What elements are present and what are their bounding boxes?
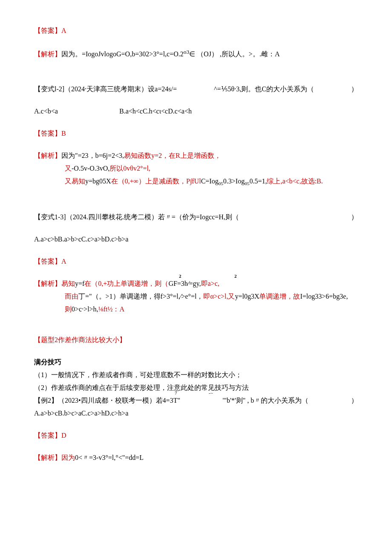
q1-answer: 【答案】A [34,26,358,36]
q3-jiexi-l1-red-c: 即a>c, [201,280,219,287]
q3-jiexi-l2-black-d: I=log33>6=bg3e, [300,293,348,300]
q3-options-text: A.a>c>bB.a>b>cC.c>a>bD.c>b>a [34,235,128,243]
q2-jiexi-l2-black: -O.5v-O.3vO, [72,165,110,172]
q2-jiexi-l3-black-d: 0.5=1, [249,177,267,185]
q4-options-text: A.a>b>cB.b>c>aC.c>a>hD.c>h>a [34,410,128,417]
q4-prefix: 【例2】（2023•四川成都・校联考一模）若4=3T" [34,395,180,406]
section-p1-text: （1）一般情况下，作差或者作商，可处理底数不一样的对数比大小； [34,371,242,378]
q2-jiexi-l3-red-c: 综上,a<b<c,故选:B. [267,177,323,185]
q2-mid: ^=⅕5θ·3,则。也C的大小关系为（ [214,84,314,94]
q4-options: A.a>b>cB.b>c>aC.c>a>hD.c>h>a [34,408,358,418]
answer-label: 【答案】 [34,27,61,34]
q3-answer: 【答案】A [34,256,358,267]
section-subtitle-text: 满分技巧 [34,358,61,366]
q2-jiexi-l3-black-b: C=Iog [201,177,219,185]
q3-jiexi-l3-black-a: 0>c·>l>h, [72,305,98,313]
section-p1: （1）一般情况下，作差或者作商，可处理底数不一样的对数比大小； [34,370,358,380]
q3-jiexi-l2-black-b: f>3°=l,∕>e°=l， [161,293,204,300]
q2-jiexi-l3-red-a: 又易知 [65,177,85,185]
q3-jiexi-l3-red-a: 则 [65,305,72,313]
q3-explanation: 2 2 【解析】易知y=f在（0,+功上单调递增，则（GF=3h∕=gy,即a>… [34,279,358,314]
q3-jiexi-l2-red-a: 而由 [65,293,78,300]
q3-sup-a: 2 [179,273,182,280]
q3-jiexi-l2-red-c: 又 [228,293,235,300]
q4-jiexi-red: 因为 [61,454,75,461]
q3-sup-b: 2 [234,273,237,280]
sub1: 05 [219,181,223,186]
q2-jiexi-l3-black-c: 0.3>Iog [223,177,245,185]
q3-jiexi-l1-black-a: y=f [75,280,84,287]
q2-jiexi-l2-red-a: 又 [65,165,72,172]
q2-jiexi-l3-black-a: y=bg05X [85,177,111,185]
q3-jiexi-l3-red-b: ⅛ft½：A [98,305,124,313]
answer-value: D [61,432,66,439]
q2-close: ） [351,84,358,94]
q4-jiexi-black: 0<〃=3-v3°=l,°<"=dd=L [75,454,144,461]
answer-label: 【答案】 [34,432,61,439]
q3-jiexi-l2-red-d: 单调递增，故 [259,293,300,300]
jiexi-label: 【解析】 [34,280,61,287]
q2-jiexi-l1-red: 易知函数y=2，在R上是增函数， [124,152,221,159]
q3-close: ） [351,212,358,222]
q2-stem: 【变式l-2]（2024·天津高三统考期末）设a=24s/= ^=⅕5θ·3,则… [34,84,358,94]
q4-explanation: 【解析】因为0<〃=3-v3°=l,°<"=dd=L [34,453,358,463]
q3-options: A.a>c>bB.a>b>cC.c>a>bD.c>b>a [34,234,358,244]
q2-answer: 【答案】B [34,128,358,139]
q2-option-rest: B.a<h<cC.h<cι<cD.c<a<h [119,106,358,116]
q3-prefix: 【变式1-3]（2024.四川攀枝花.统考二模）若〃=（价为=Iogcc=H,则… [34,212,239,222]
answer-label: 【答案】 [34,258,61,265]
q3-jiexi-l1-red-a: 易知 [61,280,75,287]
jiexi-label: 【解析】 [34,454,61,461]
section-p2-text: （2）作差或作商的难点在于后续变形处理，注意此处的常见技巧与方法 [34,384,249,391]
q3-jiexi-l2-black-c: y=l0g3X [235,293,259,300]
section-title-text: 【题型2作差作商法比较大小】 [34,336,126,343]
q1-explanation: 【解析】因为。=IogoJvlogoG=O,b=302>3°=l,c=O.2o3… [34,48,358,59]
jiexi-sup: o3 [184,49,189,55]
q4-mid: '"b'*'则" , b〃的大小关系为（ [223,395,309,406]
q4-close: ） [351,395,358,406]
q3-jiexi-l1-black-b: GF=3h∕=gy, [168,280,201,287]
q2-jiexi-l1-black: 因为"=23，b=6j=2<3, [61,152,124,159]
q2-explanation: 【解析】因为"=23，b=6j=2<3,易知函数y=2，在R上是增函数， 又-O… [34,151,358,187]
q4-sup-a: 7 [175,389,177,397]
q2-jiexi-l3-red-b: 在（0,+∞）上是减函数，P∫fUl [111,177,201,185]
jiexi-label: 【解析】 [34,50,61,58]
answer-value: A [61,258,66,265]
answer-value: A [61,27,66,34]
q3-stem: 【变式1-3]（2024.四川攀枝花.统考二模）若〃=（价为=Iogcc=H,则… [34,212,358,222]
answer-value: B [61,130,66,137]
jiexi-text: 因为。=IogoJvlogoG=O,b=302>3°=l,c=O.2 [61,50,184,58]
q3-jiexi-l2-red-b: 即α>c>l, [203,293,228,300]
jiexi-tail: ∈ （OJ） ,所以人。>。.雌：A [189,50,280,58]
q3-jiexi-l2-black-a: 丁="（。>1）单调递增，得 [78,293,161,300]
q3-jiexi-l1-red-b: 在（0,+功上单调递增，则（ [84,280,168,287]
q2-prefix: 【变式l-2]（2024·天津高三统考期末）设a=24s/= [34,84,177,94]
answer-label: 【答案】 [34,130,61,137]
q2-option-a: A.c<b<a [34,106,119,116]
q2-options: A.c<b<a B.a<h<cC.h<cι<cD.c<a<h [34,106,358,116]
q4-answer: 【答案】D [34,430,358,441]
q2-jiexi-l2-red-b: 所以0vθv2°=l, [110,165,150,172]
section-title: 【题型2作差作商法比较大小】 [34,335,358,345]
q4-sup-b: -~ [209,389,213,397]
jiexi-label: 【解析】 [34,152,61,159]
section-p2: （2）作差或作商的难点在于后续变形处理，注意此处的常见技巧与方法 [34,383,358,393]
sub2: 05 [245,181,249,186]
q4-stem: 7 -~ 【例2】（2023•四川成都・校联考一模）若4=3T" '"b'*'则… [34,395,358,406]
section-subtitle: 满分技巧 [34,357,358,367]
